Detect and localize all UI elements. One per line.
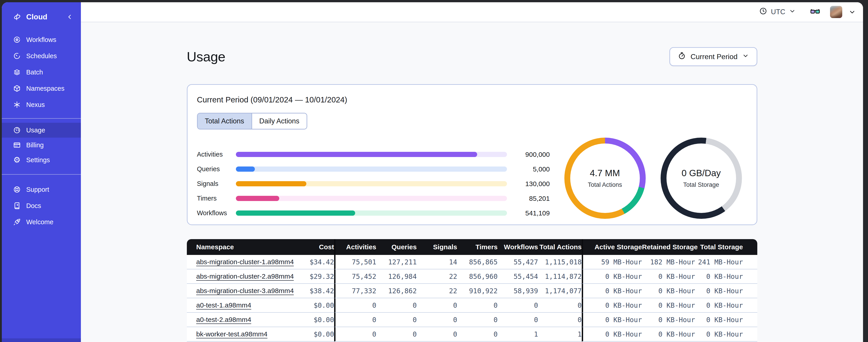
timezone-label: UTC [771,8,785,16]
namespace-link[interactable]: bk-worker-test.a98mm4 [196,330,268,338]
sidebar-item-usage[interactable]: Usage [2,123,81,138]
value-cell: 126,984 [376,269,417,284]
value-cell: 75,452 [334,269,376,284]
column-header: Namespace [187,239,284,255]
value-cell: 0 KB-Hour [582,313,642,327]
value-cell: 0 KB-Hour [582,298,642,313]
bar-value: 130,000 [507,180,550,188]
sidebar-group-help: Support Docs [2,181,81,230]
value-cell: 0 [457,313,498,327]
total-storage-donut-chart: 0 GB/Day Total Storage [660,138,742,219]
value-cell: 0 [334,313,376,327]
table-row: abs-migration-cluster-3.a98mm4$38.4277,3… [187,284,757,298]
actions-bar-chart: Activities 900,000 Queries 5,000 Signals [197,147,550,220]
namespace-link[interactable]: a0-test-1.a98mm4 [196,301,251,309]
value-cell: 0 KB-Hour [582,327,642,342]
feedback-glasses-icon[interactable] [810,6,820,18]
value-cell: 1,114,872 [538,269,582,284]
value-cell: 0 KB-Hour [695,284,757,298]
tab-total-actions[interactable]: Total Actions [198,113,251,129]
account-menu-chevron-icon[interactable] [848,8,856,15]
value-cell: 0 [417,313,457,327]
namespace-usage-table: NamespaceCostActivitiesQueriesSignalsTim… [187,239,757,342]
namespace-cell: bk-worker-test.a98mm4 [187,327,284,342]
column-header: Retained Storage [642,239,695,255]
value-cell: 1,174,077 [538,284,582,298]
bar-label: Queries [197,165,236,173]
sidebar-item-billing[interactable]: Billing [2,138,81,152]
value-cell: 0 [457,298,498,313]
welcome-rocket-icon [13,218,21,226]
sidebar-item-label: Docs [26,202,41,210]
sidebar-group-account: Usage Billing ⚙ Settings [2,123,81,167]
value-cell: 0 [457,327,498,342]
sidebar-item-support[interactable]: Support [2,181,81,198]
sidebar: Cloud Workflows [2,2,81,342]
value-cell: 59 MB-Hour [582,255,642,269]
sidebar-group-namespace: Workflows Schedules Batch [2,32,81,113]
bar-fill [236,196,279,201]
bar-track [236,210,507,216]
namespace-link[interactable]: a0-test-2.a98mm4 [196,316,251,323]
content-scroll-area[interactable]: Usage Current Period [81,22,863,342]
sidebar-item-settings[interactable]: ⚙ Settings [2,152,81,167]
value-cell: 0 [376,313,417,327]
sidebar-collapse-button[interactable] [66,13,73,20]
total-actions-value: 4.7 MM [590,168,620,178]
bar-track [236,196,507,201]
namespace-cell: a0-test-2.a98mm4 [187,313,284,327]
namespace-cell: abs-migration-cluster-1.a98mm4 [187,255,284,269]
value-cell: 0 KB-Hour [642,269,695,284]
column-header: Activities [334,239,376,255]
total-actions-caption: Total Actions [588,181,622,189]
bar-row-workflows: Workflows 541,109 [197,206,550,220]
value-cell: 0 [376,327,417,342]
value-cell: 0 KB-Hour [695,298,757,313]
period-selector-button[interactable]: Current Period [670,47,757,66]
sidebar-item-namespaces[interactable]: Namespaces [2,80,81,97]
namespace-link[interactable]: abs-migration-cluster-1.a98mm4 [196,258,294,266]
value-cell: 182 MB-Hour [642,255,695,269]
value-cell: 127,211 [376,255,417,269]
value-cell: 0 KB-Hour [695,327,757,342]
tab-daily-actions[interactable]: Daily Actions [251,113,307,129]
bar-track [236,167,507,172]
bar-label: Activities [197,151,236,158]
clock-icon [759,7,767,17]
bar-row-timers: Timers 85,201 [197,191,550,206]
total-storage-caption: Total Storage [683,181,719,189]
namespace-cell: a0-test-1.a98mm4 [187,298,284,313]
value-cell: 0 KB-Hour [642,284,695,298]
sidebar-item-nexus[interactable]: Nexus [2,97,81,113]
sidebar-item-welcome[interactable]: Welcome [2,214,81,230]
namespace-link[interactable]: abs-migration-cluster-2.a98mm4 [196,273,294,280]
sidebar-divider [2,118,81,119]
sidebar-item-docs[interactable]: Docs [2,198,81,214]
value-cell: 0 [498,313,538,327]
sidebar-item-batch[interactable]: Batch [2,64,81,80]
bar-label: Workflows [197,209,236,217]
value-cell: 0 KB-Hour [695,269,757,284]
user-avatar[interactable] [830,6,842,18]
bar-row-signals: Signals 130,000 [197,176,550,191]
value-cell: 0 KB-Hour [642,327,695,342]
namespace-cell: abs-migration-cluster-3.a98mm4 [187,284,284,298]
value-cell: 856,960 [457,269,498,284]
value-cell: 1,115,018 [538,255,582,269]
docs-book-icon [13,202,21,210]
sidebar-footer [2,338,81,342]
bar-row-activities: Activities 900,000 [197,147,550,162]
table-row: a0-test-2.a98mm4$0.000000000 KB-Hour0 KB… [187,313,757,327]
sidebar-item-label: Batch [26,69,43,76]
temporal-cloud-logo-icon [13,13,21,21]
value-cell: 241 MB-Hour [695,255,757,269]
desktop: { "sidebar": { "logo": "Cloud", "colors"… [0,0,868,342]
billing-card-icon [13,141,21,149]
sidebar-item-workflows[interactable]: Workflows [2,32,81,48]
value-cell: 126,862 [376,284,417,298]
namespace-link[interactable]: abs-migration-cluster-3.a98mm4 [196,287,294,295]
value-cell: 1 [538,327,582,342]
sidebar-item-schedules[interactable]: Schedules [2,48,81,64]
bar-fill [236,167,255,172]
timezone-selector[interactable]: UTC [759,7,796,17]
